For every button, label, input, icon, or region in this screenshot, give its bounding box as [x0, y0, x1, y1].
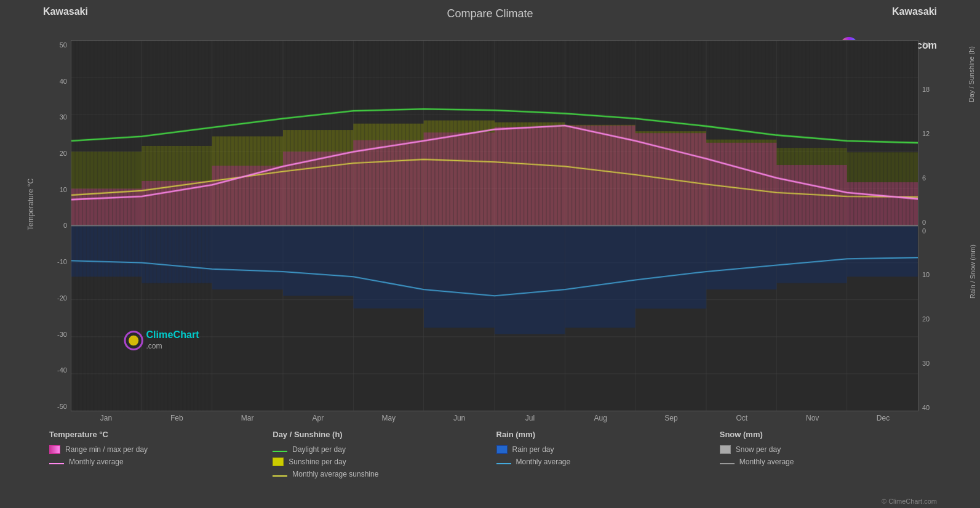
legend-line-temp-avg — [49, 463, 64, 464]
location-right: Kawasaki — [892, 6, 937, 17]
legend-label-rain: Rain per day — [512, 445, 554, 454]
svg-rect-39 — [212, 166, 283, 225]
svg-rect-266 — [212, 226, 283, 290]
page-container: Compare Climate Kawasaki Kawasaki ClimeC… — [0, 0, 980, 508]
x-axis-feb: Feb — [141, 414, 212, 422]
x-axis-jul: Jul — [495, 414, 565, 422]
y-axis-right-bottom-values: 0 10 20 30 40 — [922, 226, 930, 412]
legend-title-temperature: Temperature °C — [49, 430, 273, 439]
legend-item-sunshine-avg: Monthly average sunshine — [273, 470, 496, 478]
legend-line-sunshine-avg — [273, 475, 287, 477]
legend-title-rain: Rain (mm) — [496, 430, 720, 439]
legend-label-snow-avg: Monthly average — [739, 458, 794, 466]
legend-item-temp-avg: Monthly average — [49, 458, 273, 466]
legend-item-snow-avg: Monthly average — [720, 458, 943, 466]
y-axis-left-values: 50 40 30 20 10 0 -10 -20 -30 -40 -50 — [57, 40, 71, 411]
svg-rect-267 — [283, 226, 353, 296]
legend-line-snow-avg — [720, 463, 735, 464]
legend-col-snow: Snow (mm) Snow per day Monthly average — [720, 430, 943, 491]
svg-point-314 — [129, 336, 138, 346]
x-axis-apr: Apr — [282, 414, 353, 422]
svg-rect-42 — [424, 132, 495, 225]
legend-col-temperature: Temperature °C Range min / max per day M… — [49, 430, 273, 491]
svg-rect-270 — [495, 226, 565, 334]
location-left: Kawasaki — [43, 6, 88, 17]
legend-swatch-rain — [496, 445, 508, 454]
legend-line-daylight — [273, 451, 287, 452]
legend-item-snow: Snow per day — [720, 445, 943, 454]
x-axis-oct: Oct — [706, 414, 777, 422]
svg-rect-275 — [847, 226, 918, 277]
x-axis-jun: Jun — [424, 414, 495, 422]
x-axis: Jan Feb Mar Apr May Jun Jul Aug Sep Oct … — [71, 411, 918, 424]
x-axis-jan: Jan — [71, 414, 141, 422]
legend-area: Temperature °C Range min / max per day M… — [0, 424, 980, 498]
y-axis-right-top-label: Day / Sunshine (h) — [968, 46, 975, 102]
legend-label-temp-avg: Monthly average — [69, 458, 124, 466]
legend-item-temp-range: Range min / max per day — [49, 445, 273, 454]
legend-label-sunshine-avg: Monthly average sunshine — [292, 470, 378, 478]
y-axis-right-top-values: 24 18 12 6 0 — [922, 40, 930, 226]
legend-label-temp-range: Range min / max per day — [65, 445, 148, 454]
x-axis-dec: Dec — [848, 414, 918, 422]
y-axis-right: Day / Sunshine (h) 24 18 12 6 0 0 10 20 … — [918, 40, 980, 411]
svg-rect-269 — [424, 226, 495, 328]
legend-col-daylight: Day / Sunshine (h) Daylight per day Suns… — [273, 430, 496, 491]
legend-label-sunshine: Sunshine per day — [289, 458, 346, 466]
x-axis-may: May — [353, 414, 424, 422]
x-axis-nov: Nov — [777, 414, 848, 422]
svg-rect-274 — [776, 226, 847, 283]
legend-swatch-snow — [720, 445, 731, 454]
page-title: Compare Climate — [0, 0, 980, 23]
x-axis-sep: Sep — [636, 414, 707, 422]
legend-swatch-temp-range — [49, 445, 60, 454]
legend-swatch-sunshine — [273, 458, 284, 466]
legend-item-rain-avg: Monthly average — [496, 458, 720, 466]
legend-item-rain: Rain per day — [496, 445, 720, 454]
legend-label-daylight: Daylight per day — [292, 445, 346, 454]
legend-item-sunshine: Sunshine per day — [273, 458, 496, 466]
legend-title-snow: Snow (mm) — [720, 430, 943, 439]
svg-text:.com: .com — [146, 342, 162, 350]
svg-rect-272 — [635, 226, 706, 309]
svg-rect-271 — [565, 226, 635, 328]
copyright: © ClimeChart.com — [0, 498, 980, 508]
y-axis-right-bottom-label: Rain / Snow (mm) — [969, 244, 976, 299]
chart-main: ClimeChart .com — [71, 40, 918, 411]
x-axis-mar: Mar — [212, 414, 283, 422]
legend-item-daylight: Daylight per day — [273, 445, 496, 454]
legend-label-snow: Snow per day — [736, 445, 781, 454]
svg-rect-273 — [706, 226, 776, 290]
svg-text:ClimeChart: ClimeChart — [146, 329, 199, 340]
chart-svg: ClimeChart .com — [71, 41, 918, 411]
x-axis-aug: Aug — [565, 414, 636, 422]
svg-rect-268 — [353, 226, 423, 309]
legend-title-daylight: Day / Sunshine (h) — [273, 430, 496, 439]
legend-line-rain-avg — [496, 463, 511, 464]
legend-label-rain-avg: Monthly average — [516, 458, 571, 466]
legend-col-rain: Rain (mm) Rain per day Monthly average — [496, 430, 720, 491]
y-axis-left-label: Temperature °C — [26, 178, 35, 230]
